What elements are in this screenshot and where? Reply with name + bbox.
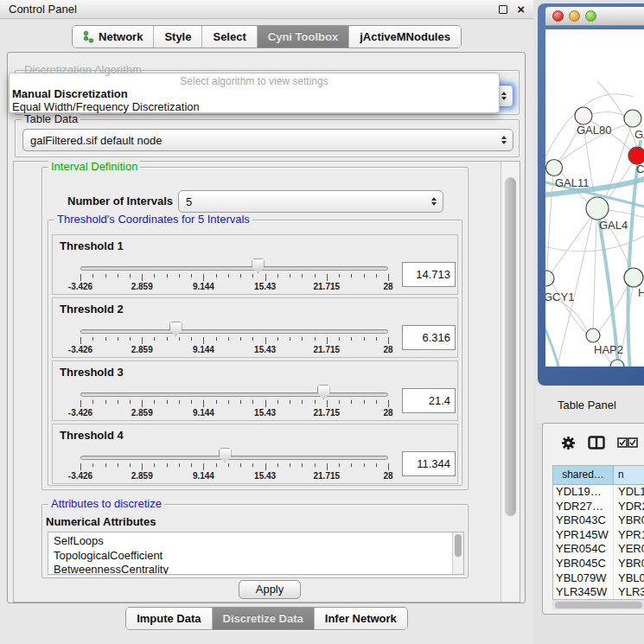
node-gal4[interactable] — [586, 197, 609, 220]
close-traffic-light-icon[interactable] — [552, 10, 564, 22]
attribute-list-item[interactable]: BetweennessCentrality — [54, 563, 463, 575]
popup-option-manual-discretization[interactable]: Manual Discretization — [10, 87, 499, 100]
tick-label: 28 — [383, 282, 392, 291]
tick-mark — [118, 463, 118, 467]
tick-mark — [388, 400, 389, 407]
attribute-list-item[interactable]: TopologicalCoefficient — [54, 549, 463, 564]
table-row[interactable]: YBR043CYBR0 — [553, 513, 644, 528]
cell-shared-name[interactable]: YPR145W — [553, 528, 614, 543]
tick-mark — [240, 274, 241, 277]
threshold-slider-track[interactable] — [80, 456, 388, 460]
table-row[interactable]: YBL079WYBL0 — [553, 571, 644, 586]
zoom-traffic-light-icon[interactable] — [585, 10, 596, 22]
table-data-combo[interactable]: galFiltered.sif default node — [22, 129, 513, 151]
cell-name[interactable]: YBL0 — [614, 571, 644, 586]
node-red[interactable] — [628, 147, 644, 164]
node-bottom[interactable] — [610, 360, 624, 367]
threshold-value-field[interactable]: 6.316 — [402, 325, 456, 350]
threshold-value-field[interactable]: 11.344 — [402, 451, 456, 476]
tab-impute-data[interactable]: Impute Data — [126, 608, 212, 629]
cell-shared-name[interactable]: YBR043C — [553, 513, 614, 528]
slider-thumb[interactable] — [252, 258, 265, 273]
tick-mark — [302, 337, 303, 341]
threshold-slider-track[interactable] — [80, 266, 388, 271]
tick-label: 15.43 — [254, 471, 276, 481]
apply-button[interactable]: Apply — [239, 580, 301, 599]
cell-name[interactable]: YLR3 — [614, 585, 644, 600]
slider-thumb[interactable] — [317, 385, 330, 399]
number-of-intervals-combo[interactable]: 5 — [178, 190, 443, 213]
gear-icon[interactable] — [561, 436, 576, 450]
network-canvas[interactable]: GAL80GACGAL11GAL4GCY1HHAP2 — [545, 29, 644, 367]
threshold-label: Threshold 2 — [60, 303, 124, 316]
split-view-icon[interactable] — [588, 436, 605, 450]
minimize-traffic-light-icon[interactable] — [569, 10, 580, 22]
table-row[interactable]: YER054CYER0 — [553, 542, 644, 557]
table-row[interactable]: YLR345WYLR3 — [553, 585, 644, 600]
slider-thumb[interactable] — [169, 322, 182, 336]
table-row[interactable]: YDR27…YDR2 — [553, 500, 644, 514]
cell-name[interactable]: YPR1 — [614, 528, 644, 543]
table-panel-window: shared… n YDL19…YDL1YDR27…YDR2YBR043CYBR… — [542, 423, 644, 615]
attribute-list-item[interactable]: SelfLoops — [54, 534, 463, 549]
tick-mark — [351, 400, 352, 404]
popup-option-equal-width-frequency[interactable]: Equal Width/Frequency Discretization — [10, 100, 499, 113]
column-header-shared-name[interactable]: shared… — [553, 466, 614, 484]
show-columns-icon[interactable] — [617, 437, 638, 448]
threshold-item: Threshold 4-3.4262.8599.14415.4321.71528… — [52, 424, 458, 484]
threshold-value-field[interactable]: 21.4 — [402, 388, 456, 413]
tick-mark — [92, 463, 93, 467]
table-row[interactable]: YBR045CYBR0 — [553, 557, 644, 571]
tick-mark — [130, 400, 131, 404]
node-top-right[interactable] — [624, 110, 641, 127]
cell-name[interactable]: YBR0 — [614, 513, 644, 528]
threshold-item: Threshold 1-3.4262.8599.14415.4321.71528… — [52, 234, 458, 295]
panel-scrollbar[interactable] — [501, 162, 520, 602]
tick-mark — [154, 400, 155, 404]
node-gal80[interactable] — [575, 107, 592, 124]
threshold-value-field[interactable]: 14.713 — [402, 262, 456, 287]
slider-thumb[interactable] — [219, 448, 232, 462]
tab-style[interactable]: Style — [154, 26, 202, 48]
thresholds-group-title: Threshold's Coordinates for 5 Intervals — [54, 213, 252, 226]
table-h-scrollbar-thumb[interactable] — [555, 602, 642, 609]
table-row[interactable]: YPR145WYPR1 — [553, 528, 644, 543]
tick-mark — [388, 463, 389, 470]
list-scrollbar-thumb[interactable] — [455, 534, 462, 557]
list-scrollbar[interactable] — [452, 532, 463, 574]
close-icon[interactable]: × — [517, 5, 525, 14]
cell-shared-name[interactable]: YLR345W — [553, 585, 614, 600]
tick-mark — [252, 400, 253, 404]
table-h-scrollbar[interactable] — [552, 599, 644, 609]
tab-infer-network[interactable]: Infer Network — [315, 608, 407, 629]
cell-shared-name[interactable]: YBL079W — [553, 571, 614, 586]
threshold-slider-track[interactable] — [80, 392, 388, 397]
cell-shared-name[interactable]: YDL19… — [553, 485, 614, 500]
panel-scrollbar-thumb[interactable] — [505, 177, 516, 516]
minimize-icon[interactable] — [499, 5, 507, 14]
threshold-slider-track[interactable] — [80, 329, 388, 334]
tab-label: Infer Network — [325, 612, 397, 625]
tick-label: 21.715 — [314, 345, 341, 354]
node-right-mid[interactable] — [624, 268, 643, 287]
tab-select[interactable]: Select — [202, 26, 257, 48]
cell-shared-name[interactable]: YDR27… — [553, 500, 614, 514]
cell-name[interactable]: YDL1 — [614, 485, 644, 500]
table-row[interactable]: YDL19…YDL1 — [553, 485, 644, 500]
tick-mark — [142, 463, 143, 470]
cell-name[interactable]: YDR2 — [614, 500, 644, 514]
tab-discretize-data[interactable]: Discretize Data — [213, 608, 315, 629]
tab-jactivemnodules[interactable]: jActiveMNodules — [349, 26, 461, 48]
node-hap2[interactable] — [586, 328, 600, 342]
tab-cyni-toolbox[interactable]: Cyni Toolbox — [258, 26, 349, 48]
column-header-name[interactable]: n — [614, 466, 644, 484]
cell-name[interactable]: YBR0 — [614, 557, 644, 571]
tab-network[interactable]: Network — [73, 26, 154, 48]
tick-mark — [130, 274, 131, 277]
cell-shared-name[interactable]: YER054C — [553, 542, 614, 557]
numerical-attributes-list[interactable]: SelfLoopsTopologicalCoefficientBetweenne… — [48, 532, 464, 575]
node-gal11[interactable] — [546, 160, 563, 176]
tick-mark — [327, 400, 328, 407]
cell-name[interactable]: YER0 — [614, 542, 644, 557]
cell-shared-name[interactable]: YBR045C — [553, 557, 614, 571]
